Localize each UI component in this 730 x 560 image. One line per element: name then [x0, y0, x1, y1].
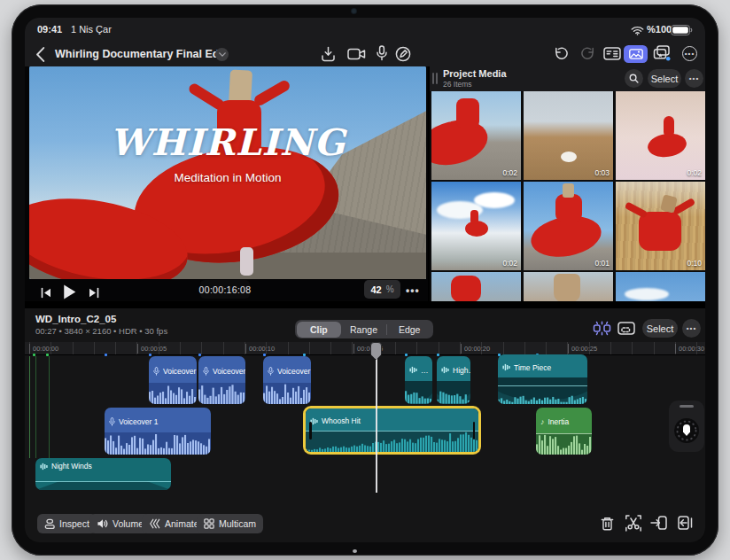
- ruler-label: 00:00:30: [675, 344, 704, 354]
- zoom-level[interactable]: 42 %: [364, 280, 400, 299]
- ruler-label: 00:00:05: [137, 344, 167, 354]
- timeline-clip-sfx[interactable]: …: [405, 356, 432, 404]
- media-more-icon[interactable]: •••: [685, 69, 703, 88]
- timeline-clip-voiceover2[interactable]: Voiceover 2: [149, 356, 197, 404]
- battery-percent: %100: [647, 24, 672, 35]
- volume-icon: [97, 518, 108, 529]
- clip-label: High…: [453, 366, 470, 375]
- mode-clip[interactable]: Clip: [297, 322, 342, 338]
- inspector-toggle-icon[interactable]: [603, 47, 621, 60]
- search-icon[interactable]: [625, 69, 643, 88]
- undo-icon[interactable]: [552, 46, 568, 61]
- timeline-ruler[interactable]: 00:00:00 00:00:05 00:00:10 00:00:15 00:0…: [25, 342, 705, 355]
- ruler-label: 00:00:10: [245, 344, 275, 354]
- media-select-button[interactable]: Select: [648, 69, 681, 88]
- timeline-clip-inertia[interactable]: ♪Inertia: [536, 408, 592, 455]
- back-icon[interactable]: [35, 47, 45, 62]
- overwrite-clip-icon[interactable]: [676, 515, 693, 531]
- media-thumbnail[interactable]: [616, 272, 705, 301]
- timecode-display[interactable]: 00:00:16:08: [200, 280, 250, 299]
- microphone-icon[interactable]: [377, 45, 387, 61]
- content-library-icon[interactable]: [653, 45, 671, 61]
- timeline-select-button[interactable]: Select: [642, 319, 678, 338]
- timeline-clip-name: WD_Intro_C2_05: [35, 314, 116, 324]
- delete-icon[interactable]: [600, 516, 615, 532]
- playhead-handle[interactable]: [370, 342, 382, 360]
- top-chrome: 09:41 1 Nis Çar %100 Whirling Documentar…: [25, 18, 705, 66]
- timeline-clip-whooshhit-selected[interactable]: Whoosh Hit: [303, 406, 481, 455]
- timeline-clip-voiceover2b[interactable]: Voiceover 2: [198, 356, 245, 404]
- battery-icon: [671, 25, 693, 35]
- previous-frame-icon[interactable]: [41, 287, 51, 299]
- inspect-button[interactable]: Inspect: [37, 514, 97, 533]
- trim-handle-left[interactable]: [309, 422, 312, 439]
- redo-icon[interactable]: [581, 46, 597, 61]
- inspect-icon: [44, 518, 55, 530]
- media-thumbnail[interactable]: 0:01: [524, 182, 613, 270]
- more-options-icon[interactable]: •••: [682, 46, 697, 61]
- timeline-guide-line: [49, 356, 50, 458]
- clip-overlay-mode-icon[interactable]: [617, 321, 635, 336]
- insert-clip-icon[interactable]: [650, 515, 667, 531]
- media-panel-title: Project Media: [443, 68, 507, 79]
- viewer-more-icon[interactable]: •••: [406, 284, 420, 297]
- dancer-leg: [240, 247, 253, 276]
- clip-label: Voiceover 2: [213, 367, 245, 376]
- pencil-tools-icon[interactable]: [395, 46, 411, 62]
- trim-handle-right[interactable]: [473, 422, 476, 439]
- panel-drag-handle[interactable]: [436, 73, 438, 84]
- clip-label: Voiceover 3: [277, 367, 311, 376]
- project-title[interactable]: Whirling Documentary Final Edit: [55, 48, 226, 60]
- clip-duration: 0:02: [502, 168, 517, 177]
- media-thumbnail[interactable]: 0:02: [616, 91, 705, 180]
- mode-edge[interactable]: Edge: [387, 322, 432, 338]
- snapping-icon[interactable]: [593, 321, 611, 336]
- animate-icon: [149, 518, 160, 529]
- clip-duration: 0:01: [594, 259, 610, 268]
- media-thumbnail[interactable]: [431, 272, 521, 301]
- wifi-icon: [631, 26, 644, 35]
- marker-dot: [198, 354, 201, 356]
- clip-label: Whoosh Hit: [322, 416, 361, 425]
- media-thumbnail[interactable]: 0:10: [616, 182, 705, 270]
- edit-mode-segmented-control: Clip Range Edge: [295, 320, 433, 338]
- multicam-icon: [204, 518, 214, 529]
- marker-dot: [149, 354, 151, 356]
- viewer-region: WHIRLING Meditation in Motion 00:00:16:0…: [25, 66, 428, 301]
- clip-duration: 0:10: [687, 259, 702, 268]
- timeline-clip-voiceover3[interactable]: Voiceover 3: [263, 356, 311, 404]
- split-clip-icon[interactable]: [625, 515, 642, 532]
- media-thumbnail[interactable]: 0:02: [431, 182, 521, 270]
- clip-label: Night Winds: [51, 462, 92, 471]
- project-title-chevron-icon[interactable]: [215, 48, 229, 61]
- media-thumbnail[interactable]: 0:02: [431, 91, 521, 180]
- media-panel-header: Project Media 26 Items Select •••: [430, 66, 705, 91]
- media-thumbnail[interactable]: [524, 272, 613, 301]
- jog-wheel[interactable]: [669, 401, 704, 452]
- next-frame-icon[interactable]: [89, 287, 99, 299]
- timeline-clip-nightwinds[interactable]: Night Winds: [35, 458, 171, 490]
- ruler-label: 00:00:20: [461, 344, 490, 354]
- play-icon[interactable]: [62, 284, 77, 300]
- marker-dot: [105, 354, 107, 356]
- timeline-more-icon[interactable]: •••: [682, 319, 701, 338]
- camera-icon[interactable]: [347, 48, 366, 60]
- animate-label: Animate: [165, 518, 199, 529]
- panel-drag-handle[interactable]: [432, 73, 434, 84]
- media-thumbnail[interactable]: 0:03: [524, 91, 613, 180]
- mode-range[interactable]: Range: [341, 322, 386, 338]
- bezel-dot: [353, 549, 357, 553]
- timeline-guide-line: [29, 356, 30, 458]
- photo-icon: [629, 49, 643, 59]
- media-browser-toggle[interactable]: [624, 45, 648, 63]
- timeline-clip-timepiece[interactable]: Time Piece: [498, 354, 587, 404]
- timeline-clip-high[interactable]: High…: [437, 356, 470, 404]
- playhead-line[interactable]: [376, 342, 377, 493]
- multicam-button[interactable]: Multicam: [197, 514, 263, 533]
- clip-label: …: [421, 366, 429, 375]
- viewer-canvas[interactable]: WHIRLING Meditation in Motion: [29, 66, 426, 279]
- timeline-clip-voiceover1[interactable]: Voiceover 1: [105, 408, 211, 455]
- clip-label: Inertia: [548, 417, 570, 426]
- timeline-panel: WD_Intro_C2_05 00:27 • 3840 × 2160 • HDR…: [25, 308, 705, 542]
- import-media-icon[interactable]: [321, 46, 336, 62]
